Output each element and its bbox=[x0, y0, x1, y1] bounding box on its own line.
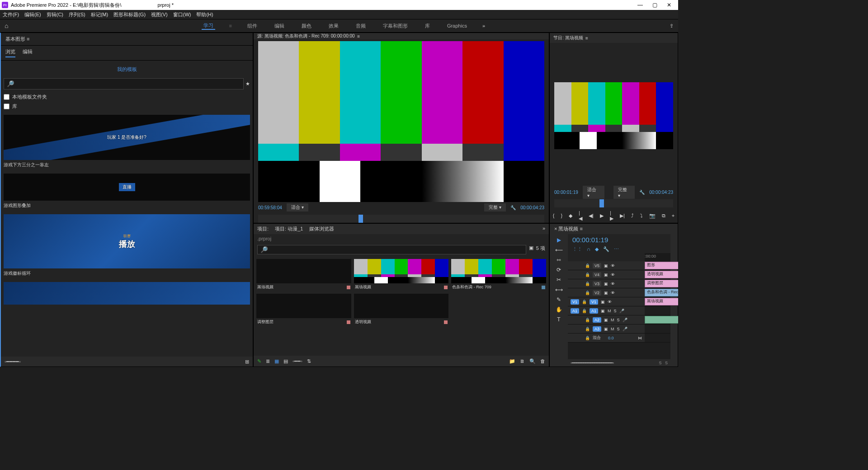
project-search-input[interactable] bbox=[257, 245, 526, 254]
source-a1[interactable]: A1 bbox=[571, 308, 579, 314]
list-view-icon[interactable]: ≣ bbox=[266, 358, 270, 364]
close-button[interactable]: ✕ bbox=[662, 2, 676, 8]
bin-item[interactable]: 调整图层 bbox=[256, 294, 351, 326]
pen-tool-icon[interactable]: ✎ bbox=[557, 296, 561, 303]
zoom-slider[interactable]: ◦━━◦ bbox=[292, 358, 302, 364]
play-icon[interactable]: ▶ bbox=[600, 213, 604, 219]
timeline-timecode[interactable]: 00:00:01:19 bbox=[568, 234, 670, 245]
project-tab-2[interactable]: 项目: 动漫_1 bbox=[275, 226, 303, 232]
step-back-icon[interactable]: ◀| bbox=[589, 213, 594, 219]
clip[interactable]: 色条和色调 - Rec 709 [V] bbox=[645, 289, 678, 296]
program-res-dropdown[interactable]: 完整 ▾ bbox=[613, 186, 635, 199]
ws-editing[interactable]: 编辑 bbox=[273, 23, 286, 29]
template-thumb-4[interactable] bbox=[4, 282, 250, 305]
menu-sequence[interactable]: 序列(S) bbox=[69, 11, 85, 18]
pencil-icon[interactable]: ✎ bbox=[257, 358, 261, 364]
menu-help[interactable]: 帮助(H) bbox=[196, 11, 213, 18]
ws-learn[interactable]: 学习 bbox=[202, 22, 215, 30]
clip-audio[interactable] bbox=[645, 316, 678, 324]
menu-edit[interactable]: 编辑(E) bbox=[24, 11, 41, 18]
bin-item[interactable]: 透明视频 bbox=[354, 294, 449, 326]
ws-captions[interactable]: 字幕和图形 bbox=[381, 23, 410, 29]
wrench-icon[interactable]: 🔧 bbox=[510, 205, 516, 210]
menu-clip[interactable]: 剪辑(C) bbox=[47, 11, 63, 18]
selection-tool-icon[interactable]: ▶ bbox=[557, 237, 561, 243]
template-thumb-3[interactable]: 联赛播放 bbox=[4, 214, 250, 268]
sequence-name[interactable]: 黑场视频 bbox=[558, 226, 578, 231]
bin-icon[interactable]: ▣ bbox=[529, 245, 533, 254]
ws-assembly[interactable]: 组件 bbox=[245, 23, 259, 29]
goto-out-icon[interactable]: ▶| bbox=[620, 213, 625, 219]
new-item-icon[interactable]: 🗎 bbox=[520, 358, 525, 364]
source-fit-dropdown[interactable]: 适合 ▾ bbox=[287, 203, 308, 212]
source-in-timecode[interactable]: 00:59:58:04 bbox=[258, 205, 282, 210]
step-fwd-icon[interactable]: |▶ bbox=[610, 210, 613, 221]
export-frame-icon[interactable]: 📷 bbox=[649, 213, 656, 219]
local-templates-checkbox[interactable]: 本地模板文件夹 bbox=[4, 92, 250, 102]
menu-file[interactable]: 文件(F) bbox=[3, 11, 19, 18]
menu-view[interactable]: 视图(V) bbox=[151, 11, 168, 18]
program-timebar[interactable] bbox=[554, 199, 673, 207]
menu-window[interactable]: 窗口(W) bbox=[173, 11, 191, 18]
linked-selection-icon[interactable]: ∩ bbox=[587, 246, 590, 252]
extract-icon[interactable]: ⤵ bbox=[640, 213, 643, 218]
lift-icon[interactable]: ⤴ bbox=[631, 213, 634, 218]
menu-graphics[interactable]: 图形和标题(G) bbox=[113, 11, 146, 18]
clip[interactable]: 黑场视频 bbox=[645, 298, 678, 306]
source-res-dropdown[interactable]: 完整 ▾ bbox=[484, 203, 506, 212]
new-bin-icon[interactable]: 📁 bbox=[509, 358, 515, 364]
trash-icon[interactable]: 🗑 bbox=[540, 358, 545, 364]
freeform-view-icon[interactable]: ▤ bbox=[283, 358, 288, 364]
home-icon[interactable]: ⌂ bbox=[5, 22, 8, 29]
timeline-ruler[interactable]: :00:00 00:00:04:23 00:00:09:23 bbox=[645, 253, 670, 261]
minimize-button[interactable]: — bbox=[633, 2, 647, 8]
overflow-icon[interactable]: » bbox=[542, 226, 545, 232]
ws-libraries[interactable]: 库 bbox=[423, 23, 432, 29]
source-timebar[interactable] bbox=[258, 215, 544, 223]
bin-item[interactable]: 黑场视频 bbox=[256, 259, 351, 291]
razor-tool-icon[interactable]: ✂ bbox=[557, 277, 561, 283]
clip[interactable]: 调整图层 bbox=[645, 280, 678, 287]
ws-audio[interactable]: 音频 bbox=[354, 23, 368, 29]
eg-tab-edit[interactable]: 编辑 bbox=[23, 48, 33, 57]
eg-slider[interactable]: ◦━━━━◦ bbox=[5, 359, 21, 365]
track-select-tool-icon[interactable]: ⟵ bbox=[555, 247, 563, 253]
program-fit-dropdown[interactable]: 适合 ▾ bbox=[583, 186, 604, 199]
menu-marker[interactable]: 标记(M) bbox=[91, 11, 108, 18]
project-tab-3[interactable]: 媒体浏览器 bbox=[309, 226, 334, 232]
slip-tool-icon[interactable]: ⟷ bbox=[555, 287, 563, 293]
clip[interactable]: 图形 bbox=[645, 262, 678, 269]
eg-search-input[interactable] bbox=[4, 78, 244, 89]
sort-icon[interactable]: ⇅ bbox=[307, 358, 311, 364]
libraries-checkbox[interactable]: 库 bbox=[4, 102, 250, 111]
ws-graphics[interactable]: Graphics bbox=[445, 23, 469, 28]
settings-icon[interactable]: ⋯ bbox=[614, 246, 619, 252]
template-thumb-2[interactable]: 直播 bbox=[4, 174, 250, 201]
goto-in-icon[interactable]: |◀ bbox=[579, 210, 582, 221]
eg-install-icon[interactable]: ⊞ bbox=[245, 359, 249, 365]
marker-icon[interactable]: ◆ bbox=[595, 246, 599, 252]
export-icon[interactable]: ⇪ bbox=[670, 23, 674, 29]
template-thumb-1[interactable]: 玩家 1 是否准备好? bbox=[4, 115, 250, 160]
maximize-button[interactable]: ▢ bbox=[647, 2, 662, 8]
snap-icon[interactable]: ⋮⋮ bbox=[572, 246, 582, 252]
add-button-icon[interactable]: + bbox=[672, 213, 675, 218]
wrench-icon[interactable]: 🔧 bbox=[639, 190, 645, 195]
ws-effects[interactable]: 效果 bbox=[327, 23, 340, 29]
hand-tool-icon[interactable]: ✋ bbox=[556, 306, 562, 313]
ws-overflow-icon[interactable]: » bbox=[482, 23, 485, 28]
find-icon[interactable]: 🔍 bbox=[529, 358, 536, 364]
clip[interactable]: 透明视频 bbox=[645, 271, 678, 278]
icon-view-icon[interactable]: ▦ bbox=[274, 358, 279, 364]
wrench-icon[interactable]: 🔧 bbox=[603, 246, 609, 252]
project-tab-1[interactable]: 项目: bbox=[257, 226, 269, 232]
mark-out-icon[interactable]: } bbox=[561, 213, 562, 218]
ws-color[interactable]: 颜色 bbox=[300, 23, 313, 29]
tl-zoom-slider[interactable]: ◦━━━━━━━━━━━━━━━━━━◦ bbox=[571, 361, 614, 365]
star-icon[interactable]: ★ bbox=[245, 81, 250, 87]
bin-item[interactable]: 黑场视频 bbox=[354, 259, 449, 291]
my-templates-button[interactable]: 我的模板 bbox=[4, 63, 250, 75]
mark-in-icon[interactable]: { bbox=[553, 213, 555, 218]
eg-tab-browse[interactable]: 浏览 bbox=[5, 48, 15, 57]
program-timecode[interactable]: 00:00:01:19 bbox=[554, 190, 578, 195]
